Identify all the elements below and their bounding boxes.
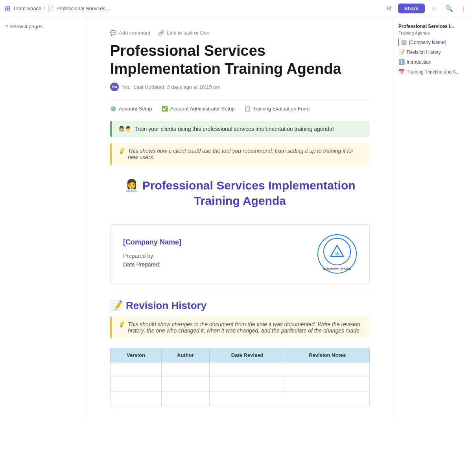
date-prepared-field: Date Prepared: [123, 261, 181, 268]
callout-yellow-text: This shows how a client could use the to… [128, 148, 363, 160]
breadcrumb-sep: / [44, 6, 45, 11]
add-comment-label: Add comment [119, 30, 150, 36]
cell-date-3[interactable] [209, 391, 285, 406]
comment-icon: 💬 [110, 30, 116, 36]
sidebar-left: □ Show 4 pages [0, 17, 87, 419]
admin-setup-label: Account Administrator Setup [170, 106, 235, 112]
cell-notes-1[interactable] [285, 362, 370, 377]
topbar: ⊞ Team Space / 📄 Professional Services .… [0, 0, 472, 17]
divider-3 [110, 290, 370, 290]
download-icon-btn[interactable]: ↓ [459, 4, 467, 14]
cell-author-2[interactable] [161, 377, 209, 391]
revision-callout-text: This should show changes in the document… [128, 321, 363, 334]
add-comment-action[interactable]: 💬 Add comment [110, 30, 150, 36]
logo-svg [329, 244, 345, 259]
timeline-sidebar-label: Training Timeline and A... [407, 69, 460, 75]
table-row [111, 377, 370, 391]
avatar: EM [110, 83, 119, 91]
cell-author-3[interactable] [161, 391, 209, 406]
revision-table: Version Author Date Revised Revision Not… [110, 348, 370, 406]
sidebar-right-title: Professional Services I... [398, 24, 467, 29]
show-pages-label: Show 4 pages [10, 24, 42, 29]
share-button[interactable]: Share [398, 4, 425, 13]
cell-author-1[interactable] [161, 362, 209, 377]
sidebar-right-item-timeline[interactable]: 📅 Training Timeline and A... [398, 68, 467, 75]
topbar-left: ⊞ Team Space / 📄 Professional Services .… [5, 4, 111, 13]
timeline-sidebar-icon: 📅 [398, 69, 405, 75]
logo-text: COMPANY NAME [323, 267, 351, 270]
company-box-left: [Company Name] Prepared by: Date Prepare… [123, 238, 181, 270]
revision-heading-text: Revision History [126, 300, 206, 312]
doc-title: Professional Services Implementation Tra… [110, 42, 370, 78]
breadcrumb-doc-title: Professional Services ... [56, 6, 111, 11]
divider-1 [110, 99, 370, 99]
cell-version-1[interactable] [111, 362, 162, 377]
company-name[interactable]: [Company Name] [123, 238, 181, 246]
prepared-by-field: Prepared by: [123, 253, 181, 259]
quick-links: ⚙️ Account Setup ✅ Account Administrator… [110, 106, 370, 112]
revision-sidebar-icon: 📝 [398, 49, 405, 55]
quick-link-eval-form[interactable]: 📋 Training Evaluation Form [244, 106, 310, 112]
cell-notes-3[interactable] [285, 391, 370, 406]
app-icon: ⊞ [5, 4, 11, 13]
last-updated: Last Updated: 3 days ago at 10:15 pm [134, 84, 220, 90]
link-task-label: Link to task or Doc [167, 30, 209, 36]
settings-icon-btn[interactable]: ⚙ [384, 3, 394, 14]
logo-inner [323, 238, 351, 265]
eval-form-label: Training Evaluation Form [253, 106, 310, 112]
revision-callout: 💡 This should show changes in the docume… [110, 316, 370, 338]
company-box: [Company Name] Prepared by: Date Prepare… [110, 224, 370, 283]
company-sidebar-label: [Company Name] [409, 40, 446, 45]
center-heading: 👩‍💼 Professional Services Implementation… [110, 178, 370, 208]
callout-yellow-emoji: 💡 [118, 148, 125, 154]
cell-date-1[interactable] [209, 362, 285, 377]
revision-callout-emoji: 💡 [118, 321, 125, 327]
account-setup-label: Account Setup [119, 106, 152, 112]
main-content: 💬 Add comment 🔗 Link to task or Doc Prof… [87, 17, 393, 419]
center-heading-emoji: 👩‍💼 [124, 179, 139, 192]
quick-link-account-setup[interactable]: ⚙️ Account Setup [110, 106, 152, 112]
intro-sidebar-icon: ℹ️ [398, 59, 405, 65]
cell-notes-2[interactable] [285, 377, 370, 391]
quick-link-admin-setup[interactable]: ✅ Account Administrator Setup [162, 106, 235, 112]
show-pages-button[interactable]: □ Show 4 pages [5, 24, 42, 29]
table-header-row: Version Author Date Revised Revision Not… [111, 348, 370, 362]
table-row [111, 391, 370, 406]
sidebar-right-item-revision[interactable]: 📝 Revision History [398, 48, 467, 56]
callout-green-emoji: 👩‍💼👨‍💼 [118, 126, 131, 132]
link-icon: 🔗 [158, 30, 164, 36]
doc-meta: EM You Last Updated: 3 days ago at 10:15… [110, 83, 370, 91]
admin-setup-icon: ✅ [162, 106, 168, 112]
cell-version-3[interactable] [111, 391, 162, 406]
revision-sidebar-label: Revision History [407, 50, 441, 55]
callout-green-text: Train your clients using this profession… [135, 126, 334, 132]
col-date-revised: Date Revised [209, 348, 285, 362]
sidebar-right: Professional Services I... Training Agen… [393, 17, 472, 419]
col-version: Version [111, 348, 162, 362]
cell-version-2[interactable] [111, 377, 162, 391]
sidebar-right-item-intro[interactable]: ℹ️ Introduction [398, 58, 467, 66]
search-icon-btn[interactable]: 🔍 [443, 3, 455, 14]
star-icon-btn[interactable]: ☆ [429, 3, 439, 14]
intro-sidebar-label: Introduction [407, 59, 431, 65]
action-bar: 💬 Add comment 🔗 Link to task or Doc [110, 30, 370, 36]
topbar-right: ⚙ Share ☆ 🔍 ↓ [384, 3, 467, 14]
company-logo: COMPANY NAME [317, 234, 357, 274]
company-sidebar-icon: 🏢 [401, 39, 407, 45]
revision-heading-emoji: 📝 [110, 300, 123, 312]
pages-icon: □ [5, 24, 8, 29]
callout-yellow: 💡 This shows how a client could use the … [110, 143, 370, 165]
team-space-label[interactable]: Team Space [13, 6, 41, 11]
link-to-task-action[interactable]: 🔗 Link to task or Doc [158, 30, 209, 36]
account-setup-icon: ⚙️ [110, 106, 116, 112]
sidebar-right-item-company[interactable]: 🏢 [Company Name] [398, 39, 467, 46]
sidebar-right-subtitle: Training Agenda [398, 31, 467, 35]
cell-date-2[interactable] [209, 377, 285, 391]
callout-green: 👩‍💼👨‍💼 Train your clients using this pro… [110, 121, 370, 137]
table-row [111, 362, 370, 377]
layout: □ Show 4 pages 💬 Add comment 🔗 Link to t… [0, 17, 472, 419]
author-name: You [122, 84, 131, 90]
center-heading-text: Professional Services ImplementationTrai… [142, 179, 356, 207]
divider-2 [110, 218, 370, 218]
col-revision-notes: Revision Notes [285, 348, 370, 362]
